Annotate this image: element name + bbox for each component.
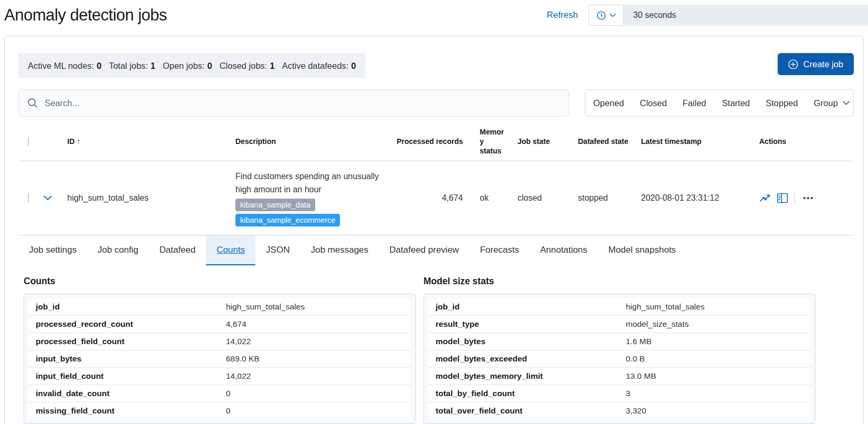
job-id-cell[interactable]: high_sum_total_sales [63,193,231,203]
anomaly-detection-jobs-page: Anomaly detection jobs Refresh 30 second… [0,0,868,424]
stat-closed-jobs: Closed jobs:1 [220,61,275,71]
datafeed-state-cell: stopped [574,193,637,203]
row-expander-cell [39,195,63,201]
refresh-interval-value[interactable]: 30 seconds [624,5,868,26]
interval-settings-button[interactable] [588,5,624,26]
filter-group-label: Group [814,98,838,108]
group-badge[interactable]: kibana_sample_data [235,199,315,211]
refresh-interval-picker: 30 seconds [588,5,868,26]
stat-open-jobs: Open jobs:0 [163,61,212,71]
column-header-latest-timestamp[interactable]: Latest timestamp [637,137,755,146]
tab-json[interactable]: JSON [255,235,300,265]
row-select-cell [18,193,39,203]
search-icon [27,98,38,109]
kv-row: job_idhigh_sum_total_sales [428,298,811,316]
kv-row: invalid_date_count0 [28,385,411,402]
chevron-down-icon [609,13,616,17]
kv-row: job_idhigh_sum_total_sales [28,298,411,316]
tab-job-config[interactable]: Job config [87,235,149,265]
select-all-checkbox[interactable] [28,137,29,146]
kv-row: result_typemodel_size_stats [428,316,811,333]
column-header-id[interactable]: ID ↑ [63,137,231,146]
sort-ascending-icon: ↑ [77,137,80,146]
search-filter-row: Search... Opened Closed Failed Started S… [18,89,854,117]
group-badge[interactable]: kibana_sample_ecommerce [235,214,340,226]
counts-column: Counts job_idhigh_sum_total_sales proces… [24,276,416,424]
job-description-text: Find customers spending an unusually hig… [235,170,385,196]
single-metric-viewer-icon[interactable] [759,193,771,203]
column-header-memory-status[interactable]: Memory status [476,127,513,156]
stat-active-ml-nodes: Active ML nodes:0 [28,61,101,71]
row-actions-cell [755,192,854,204]
kv-row: input_field_count14,022 [28,368,411,385]
tab-forecasts[interactable]: Forecasts [469,235,530,265]
header-controls: Refresh 30 seconds [546,5,868,26]
model-size-stats-title: Model size stats [423,276,815,287]
kv-row: model_bytes_exceeded0.0 B [428,350,811,368]
tab-annotations[interactable]: Annotations [530,235,598,265]
filter-stopped-button[interactable]: Stopped [758,90,805,116]
job-table-row: high_sum_total_sales Find customers spen… [18,161,854,235]
search-input[interactable]: Search... [18,89,569,117]
job-stats-bar: Active ML nodes:0 Total jobs:1 Open jobs… [18,53,365,78]
column-header-job-state[interactable]: Job state [513,137,574,146]
column-header-description[interactable]: Description [231,137,389,146]
processed-records-cell: 4,674 [389,193,476,203]
filter-started-button[interactable]: Started [714,90,758,116]
tab-job-messages[interactable]: Job messages [300,235,379,265]
plus-circle-icon [788,59,798,69]
create-job-label: Create job [803,59,843,69]
job-filter-group: Opened Closed Failed Started Stopped Gro… [585,89,854,117]
content-panel: Active ML nodes:0 Total jobs:1 Open jobs… [4,36,864,424]
column-header-datafeed-state[interactable]: Datafeed state [574,137,637,146]
filter-opened-button[interactable]: Opened [585,90,632,116]
kv-row: processed_record_count4,674 [28,316,411,333]
stat-active-datafeeds: Active datafeeds:0 [282,61,356,71]
counts-panel: job_idhigh_sum_total_sales processed_rec… [24,294,416,424]
page-header: Anomaly detection jobs Refresh 30 second… [0,0,868,30]
page-title: Anomaly detection jobs [4,6,167,25]
memory-status-cell: ok [476,193,513,203]
row-checkbox[interactable] [28,193,29,203]
column-header-actions: Actions [755,137,854,146]
kv-row: missing_field_count0 [28,402,411,419]
counts-tab-content: Counts job_idhigh_sum_total_sales proces… [18,276,854,424]
filter-failed-button[interactable]: Failed [675,90,714,116]
kv-row: total_over_field_count3,320 [428,402,811,419]
model-size-stats-panel: job_idhigh_sum_total_sales result_typemo… [423,294,815,424]
create-job-button[interactable]: Create job [778,53,854,75]
row-expand-chevron-icon[interactable] [44,195,52,201]
anomaly-explorer-icon[interactable] [777,193,788,203]
more-actions-icon[interactable] [801,195,815,201]
chevron-down-icon [843,101,850,105]
actions-divider [794,192,795,204]
job-detail-tabs: Job settings Job config Datafeed Counts … [18,235,854,265]
tab-datafeed[interactable]: Datafeed [149,235,206,265]
stat-total-jobs: Total jobs:1 [109,61,155,71]
job-description-cell: Find customers spending an unusually hig… [231,170,389,226]
tab-job-settings[interactable]: Job settings [18,235,87,265]
kv-row: model_bytes1.6 MB [428,333,811,350]
kv-row: model_bytes_memory_limit13.0 MB [428,368,811,385]
summary-row: Active ML nodes:0 Total jobs:1 Open jobs… [18,53,854,78]
search-placeholder: Search... [45,98,79,108]
tab-model-snapshots[interactable]: Model snapshots [598,235,687,265]
latest-timestamp-cell: 2020-08-01 23:31:12 [637,193,755,203]
tab-counts[interactable]: Counts [206,235,255,265]
model-size-stats-column: Model size stats job_idhigh_sum_total_sa… [423,276,815,424]
clock-icon [597,11,606,20]
refresh-link[interactable]: Refresh [546,10,578,20]
filter-closed-button[interactable]: Closed [632,90,675,116]
kv-row: total_by_field_count3 [428,385,811,402]
tab-datafeed-preview[interactable]: Datafeed preview [379,235,469,265]
kv-row: input_bytes689.0 KB [28,350,411,368]
jobs-table-header: ID ↑ Description Processed records Memor… [18,127,854,161]
counts-title: Counts [24,276,416,287]
filter-group-dropdown[interactable]: Group [806,90,854,116]
select-all-cell [18,137,39,146]
job-state-cell: closed [513,193,574,203]
kv-row: processed_field_count14,022 [28,333,411,350]
column-header-processed-records[interactable]: Processed records [389,137,476,146]
